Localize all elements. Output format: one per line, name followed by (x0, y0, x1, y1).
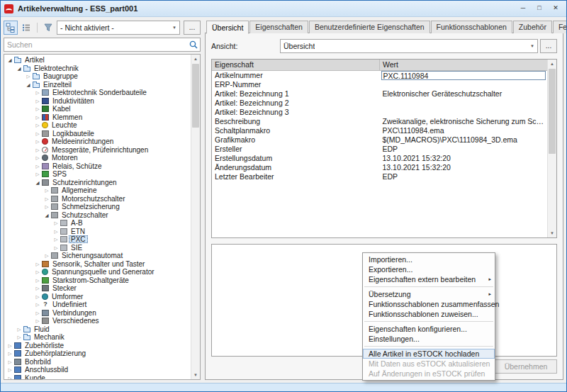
tree-item-motoren[interactable]: ▷Motoren (5, 154, 191, 162)
menu-item-importieren[interactable]: Importieren... (363, 254, 495, 264)
tree-item-sicherungsautomat[interactable]: ▷Sicherungsautomat (5, 252, 191, 260)
tree-item-schutzschalter[interactable]: ◢Schutzschalter (5, 211, 191, 220)
filter-button[interactable] (41, 21, 55, 35)
scroll-track[interactable] (548, 68, 556, 229)
menu-item-funktionsschablonen-zuweisen[interactable]: Funktionsschablonen zuweisen... (363, 309, 495, 319)
expand-arrow-icon[interactable]: ▷ (6, 374, 13, 379)
property-row-ersteller[interactable]: ErstellerEDP (212, 145, 547, 154)
property-row-grafikmakro[interactable]: Grafikmakro$(MD_MACROS)\PXC\1110984_3D.e… (212, 135, 547, 145)
tree-view-button[interactable] (4, 21, 18, 35)
tree-item-mechanik[interactable]: ▷Mechanik (5, 333, 191, 342)
column-header-wert[interactable]: Wert (380, 60, 548, 70)
property-row-artikel-bezeichnung-3[interactable]: Artikel: Bezeichnung 3 (212, 108, 547, 117)
tree-item-umformer[interactable]: ▷Umformer (5, 293, 191, 301)
tree-item-a-b[interactable]: ▷A-B (5, 219, 191, 228)
property-row-letzter-bearbeiter[interactable]: Letzter BearbeiterEDP (212, 172, 547, 181)
tab-fertigung[interactable]: Fertigung (553, 21, 567, 33)
menu-item-eigenschaften-extern-bearbeiten[interactable]: Eigenschaften extern bearbeiten▸ (363, 274, 495, 284)
property-row-erstellungsdatum[interactable]: Erstellungsdatum13.10.2021 15:32:20 (212, 154, 547, 163)
tree-item-einzelteil[interactable]: ◢Einzelteil (5, 81, 191, 89)
expand-arrow-icon[interactable]: ▷ (34, 301, 41, 308)
tree-item-spannungsquelle-und-generator[interactable]: ▷Spannungsquelle und Generator (5, 268, 191, 276)
property-table-scrollbar[interactable]: ▲ ▼ (547, 60, 556, 237)
tree-item-pxc[interactable]: ▷PXC (5, 235, 191, 244)
expand-arrow-icon[interactable]: ▷ (25, 72, 32, 80)
expand-arrow-icon[interactable]: ▷ (16, 333, 23, 341)
expand-arrow-icon[interactable]: ▷ (43, 186, 50, 194)
tab-benutzerdefinierte-eigenschaften[interactable]: Benutzerdefinierte Eigenschaften (309, 21, 430, 33)
scroll-up-icon[interactable]: ▲ (191, 55, 200, 63)
expand-arrow-icon[interactable]: ▷ (52, 228, 60, 235)
tab-zubehör[interactable]: Zubehör (513, 21, 552, 33)
tree-item-induktivitäten[interactable]: ▷Induktivitäten (5, 97, 191, 106)
tree-item-sie[interactable]: ▷SIE (5, 244, 191, 252)
collapse-arrow-icon[interactable]: ◢ (34, 179, 41, 186)
property-row-schaltplanmakro[interactable]: SchaltplanmakroPXC\1110984.ema (212, 126, 547, 135)
tree-scrollbar[interactable]: ▲ ▼ (191, 55, 200, 379)
expand-arrow-icon[interactable]: ▷ (34, 97, 41, 105)
scroll-down-icon[interactable]: ▼ (191, 371, 200, 379)
collapse-arrow-icon[interactable]: ◢ (43, 211, 50, 219)
expand-arrow-icon[interactable]: ▷ (34, 276, 41, 284)
expand-arrow-icon[interactable]: ▷ (34, 317, 41, 325)
expand-arrow-icon[interactable]: ▷ (34, 130, 41, 138)
tree-item-verschiedenes[interactable]: ▷Verschiedenes (5, 317, 191, 325)
tree-item-undefiniert[interactable]: ▷?Undefiniert (5, 301, 191, 309)
scroll-down-icon[interactable]: ▼ (548, 229, 556, 237)
close-button[interactable]: ✕ (549, 3, 563, 14)
scroll-thumb[interactable] (549, 69, 556, 154)
filter-scheme-dropdown[interactable]: - Nicht aktiviert - ▾ (57, 21, 180, 35)
tree-item-verbindungen[interactable]: ▷Verbindungen (5, 309, 191, 318)
expand-arrow-icon[interactable]: ▷ (43, 203, 50, 211)
tree-item-motorschutzschalter[interactable]: ▷Motorschutzschalter (5, 195, 191, 203)
tree-item-anschlussbild[interactable]: ▷Anschlussbild (5, 366, 191, 374)
tree-item-klemmen[interactable]: ▷Klemmen (5, 113, 191, 122)
tree-item-schmelzsicherung[interactable]: ▷Schmelzsicherung (5, 203, 191, 211)
menu-item-eigenschaften-konfigurieren[interactable]: Eigenschaften konfigurieren... (363, 324, 495, 334)
expand-arrow-icon[interactable]: ▷ (6, 358, 13, 366)
tree-item-etn[interactable]: ▷ETN (5, 228, 191, 236)
tree-item-sps[interactable]: ▷SPS (5, 170, 191, 179)
tree-item-sensorik-schalter-und-taster[interactable]: ▷Sensorik, Schalter und Taster (5, 260, 191, 269)
property-row-änderungsdatum[interactable]: Änderungsdatum13.10.2021 15:32:20 (212, 163, 547, 172)
tree-item-kabel[interactable]: ▷Kabel (5, 105, 191, 113)
property-row-artikel-bezeichnung-2[interactable]: Artikel: Bezeichnung 2 (212, 99, 547, 108)
expand-arrow-icon[interactable]: ▷ (52, 235, 60, 243)
expand-arrow-icon[interactable]: ▷ (43, 195, 50, 203)
tree-item-messgeräte-prüfeinrichtungen[interactable]: ▷Messgeräte, Prüfeinrichtungen (5, 146, 191, 155)
expand-arrow-icon[interactable]: ▷ (34, 113, 41, 121)
tree-item-meldeeinrichtungen[interactable]: ▷Meldeeinrichtungen (5, 138, 191, 146)
scroll-up-icon[interactable]: ▲ (548, 60, 556, 68)
tree-item-artikel[interactable]: ◢Artikel (5, 56, 191, 65)
expand-arrow-icon[interactable]: ▷ (34, 260, 41, 268)
list-view-button[interactable] (19, 21, 33, 35)
tree-item-kunde[interactable]: ▷Kunde (5, 374, 191, 380)
expand-arrow-icon[interactable]: ▷ (43, 252, 50, 259)
expand-arrow-icon[interactable]: ▷ (34, 170, 41, 178)
tab-funktionsschablonen[interactable]: Funktionsschablonen (431, 21, 512, 33)
expand-arrow-icon[interactable]: ▷ (52, 219, 60, 227)
scroll-thumb[interactable] (192, 64, 199, 128)
expand-arrow-icon[interactable]: ▷ (34, 121, 41, 129)
search-icon[interactable] (189, 40, 198, 50)
column-header-eigenschaft[interactable]: Eigenschaft (212, 60, 380, 70)
property-row-beschreibung[interactable]: BeschreibungZweikanalige, elektronische … (212, 117, 547, 126)
menu-item-funktionsschablonen-zusammenfassen[interactable]: Funktionsschablonen zusammenfassen (363, 299, 495, 309)
expand-arrow-icon[interactable]: ▷ (34, 162, 41, 170)
expand-arrow-icon[interactable]: ▷ (34, 146, 41, 154)
property-row-artikel-bezeichnung-1[interactable]: Artikel: Bezeichnung 1Elektronischer Ger… (212, 89, 547, 99)
expand-arrow-icon[interactable]: ▷ (34, 105, 41, 113)
property-value[interactable]: PXC.1110984 (380, 70, 548, 80)
expand-arrow-icon[interactable]: ▷ (34, 309, 41, 317)
menu-item-einstellungen[interactable]: Einstellungen... (363, 334, 495, 344)
collapse-arrow-icon[interactable]: ◢ (6, 56, 13, 64)
value-edit-field[interactable]: PXC.1110984 (381, 71, 546, 80)
expand-arrow-icon[interactable]: ▷ (16, 325, 23, 333)
minimize-button[interactable]: ─ (516, 3, 530, 14)
expand-arrow-icon[interactable]: ▷ (34, 154, 41, 162)
expand-arrow-icon[interactable]: ▷ (34, 138, 41, 145)
collapse-arrow-icon[interactable]: ◢ (16, 65, 23, 72)
tree-item-allgemeine[interactable]: ▷Allgemeine (5, 186, 191, 195)
menu-item-alle-artikel-in-estock-hochladen[interactable]: Alle Artikel in eSTOCK hochladen (363, 349, 495, 359)
maximize-button[interactable]: □ (532, 3, 546, 14)
